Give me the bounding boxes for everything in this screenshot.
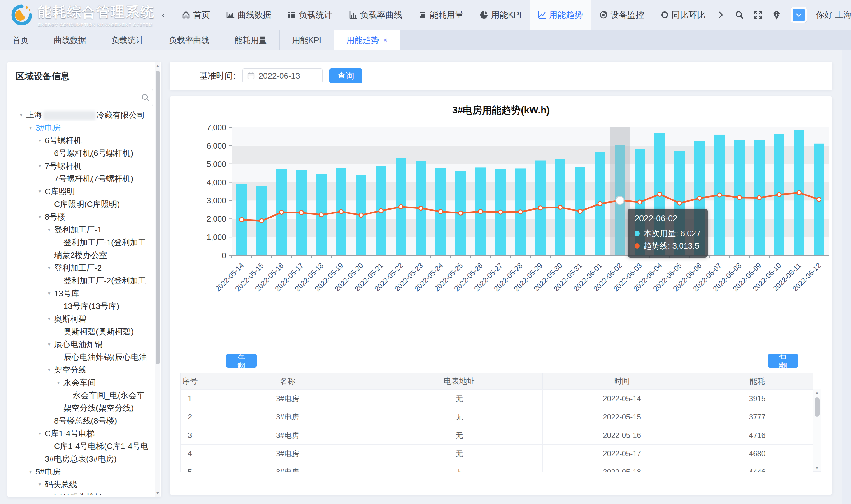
scroll-up-icon[interactable]: ▲ [155,62,160,70]
nav-item-label: 同比环比 [672,9,706,20]
tree-item[interactable]: 6号螺杆机(6号螺杆机) [7,147,154,160]
caret-down-icon[interactable]: ▾ [44,227,54,233]
tree-item[interactable]: ▾架空分线 [7,363,154,376]
tab-首页[interactable]: 首页 [0,30,41,50]
nav-item-能耗用量[interactable]: 能耗用量 [410,0,471,30]
nav-item-曲线数据[interactable]: 曲线数据 [218,0,279,30]
chevron-right-icon[interactable] [716,10,725,20]
nav-item-用能KPI[interactable]: 用能KPI [471,0,530,30]
scroll-down-icon[interactable]: ▼ [155,489,160,497]
tree-item[interactable]: 7号螺杆机(7号螺杆机) [7,173,154,185]
tree-item[interactable]: 辰心电油炸锅(辰心电油 [7,351,154,363]
table-row[interactable]: 53#电房无2022-05-184446 [181,463,813,472]
user-dropdown-icon[interactable] [791,7,807,23]
caret-down-icon[interactable]: ▾ [44,494,54,495]
series-dot [635,243,640,249]
table-cell: 3915 [701,390,813,408]
caret-down-icon[interactable]: ▾ [35,137,45,144]
table-row[interactable]: 43#电房无2022-05-174680 [181,445,813,463]
caret-down-icon[interactable]: ▾ [44,290,54,297]
caret-down-icon[interactable]: ▾ [25,469,35,475]
caret-down-icon[interactable]: ▾ [53,379,64,386]
tree-item[interactable]: C库1-4号电梯(C库1-4号电 [7,440,154,453]
tree-item[interactable]: ▾辰心电油炸锅 [7,338,154,351]
tab-用能趋势[interactable]: 用能趋势× [334,30,400,50]
sidebar-scrollbar[interactable]: ▲ ▼ [155,62,160,497]
caret-down-icon[interactable]: ▾ [35,163,45,169]
search-icon[interactable] [735,10,744,20]
table-row[interactable]: 13#电房无2022-05-143915 [181,390,813,408]
tree-item[interactable]: ▾奥斯柯碧 [7,312,154,325]
base-date-picker[interactable]: 2022-06-13 [242,68,323,83]
tree-item[interactable]: ▾5#电房 [7,466,154,478]
tree-item[interactable]: 架空分线(架空分线) [7,402,154,415]
tab-曲线数据[interactable]: 曲线数据 [41,30,99,50]
trend-point [797,191,801,195]
caret-down-icon[interactable]: ▾ [35,481,45,488]
tab-用能KPI[interactable]: 用能KPI [280,30,334,50]
table-row[interactable]: 23#电房无2022-05-153777 [181,408,813,426]
table-row[interactable]: 33#电房无2022-05-164716 [181,426,813,445]
tree-item[interactable]: ▾登利加工厂-1 [7,223,154,236]
caret-down-icon[interactable]: ▾ [35,214,45,220]
scrollbar-thumb[interactable] [156,71,160,364]
trend-chart-svg[interactable]: 01,0002,0003,0004,0005,0006,0007,0002022… [170,118,832,336]
table-cell: 3#电房 [199,463,376,472]
tree-item[interactable]: C库照明(C库照明) [7,198,154,211]
tree-item[interactable]: 3#电房总表(3#电房) [7,453,154,466]
tree-item[interactable]: ▾6号螺杆机 [7,134,154,147]
nav-item-用能趋势[interactable]: 用能趋势 [530,0,591,30]
scroll-up-icon[interactable]: ▲ [813,389,821,396]
caret-down-icon[interactable]: ▾ [35,430,45,437]
tree-search-input[interactable] [16,89,138,106]
page-right-button[interactable]: 右翻 [768,354,798,367]
search-icon[interactable] [138,93,153,102]
tree-item[interactable]: 奥斯柯碧(奥斯柯碧) [7,325,154,338]
nav-item-同比环比[interactable]: 同比环比 [652,0,713,30]
tab-能耗用量[interactable]: 能耗用量 [222,30,280,50]
nav-item-负载统计[interactable]: 负载统计 [279,0,341,30]
tree-item[interactable]: ▾8号楼 [7,211,154,223]
caret-down-icon[interactable]: ▾ [44,367,54,373]
page-left-button[interactable]: 左翻 [226,354,257,367]
table-cell: 无 [376,426,543,445]
gem-icon[interactable] [772,10,781,20]
caret-down-icon[interactable]: ▾ [44,265,54,271]
tree-item[interactable]: ▾上海冷藏有限公司 [7,109,154,122]
tree-item[interactable]: ▾C库1-4号电梯 [7,427,154,440]
tree-item[interactable]: ▾同月码头堆场 [7,491,154,495]
tree-item[interactable]: 瑞蒙2楼办公室 [7,249,154,262]
tree-item[interactable]: 13号库(13号库) [7,300,154,312]
tree-item[interactable]: ▾码头总线 [7,478,154,491]
page-right-gutter[interactable] [842,30,851,504]
nav-collapse-icon[interactable]: ‹ [162,10,165,20]
nav-item-设备监控[interactable]: 设备监控 [591,0,652,30]
tab-负载统计[interactable]: 负载统计 [99,30,156,50]
tab-负载率曲线[interactable]: 负载率曲线 [156,30,222,50]
caret-down-icon[interactable]: ▾ [16,112,26,119]
tree-item[interactable]: 永会车间_电(永会车 [7,389,154,402]
trend-point [479,210,483,214]
scroll-down-icon[interactable]: ▼ [813,465,821,471]
table-scrollbar[interactable]: ▲ ▼ [813,389,821,472]
tree-item[interactable]: ▾7号螺杆机 [7,160,154,173]
tree-item[interactable]: 登利加工厂-1(登利加工 [7,236,154,249]
caret-down-icon[interactable]: ▾ [35,188,45,195]
caret-down-icon[interactable]: ▾ [44,316,54,322]
fullscreen-icon[interactable] [753,10,763,20]
tree-item[interactable]: ▾C库照明 [7,185,154,198]
tree-item-label: 奥斯柯碧 [54,313,86,324]
tree-item[interactable]: ▾永会车间 [7,376,154,389]
tree-item[interactable]: ▾3#电房 [7,122,154,134]
nav-item-负载率曲线[interactable]: 负载率曲线 [341,0,410,30]
caret-down-icon[interactable]: ▾ [25,125,35,131]
query-button[interactable]: 查询 [329,68,362,83]
tab-close-icon[interactable]: × [383,36,387,44]
tree-item[interactable]: ▾登利加工厂-2 [7,262,154,274]
scrollbar-thumb[interactable] [815,397,820,417]
caret-down-icon[interactable]: ▾ [44,341,54,348]
tree-item[interactable]: ▾13号库 [7,287,154,300]
nav-item-首页[interactable]: 首页 [174,0,218,30]
tree-item[interactable]: 8号楼总线(8号楼) [7,415,154,427]
tree-item[interactable]: 登利加工厂-2(登利加工 [7,274,154,287]
